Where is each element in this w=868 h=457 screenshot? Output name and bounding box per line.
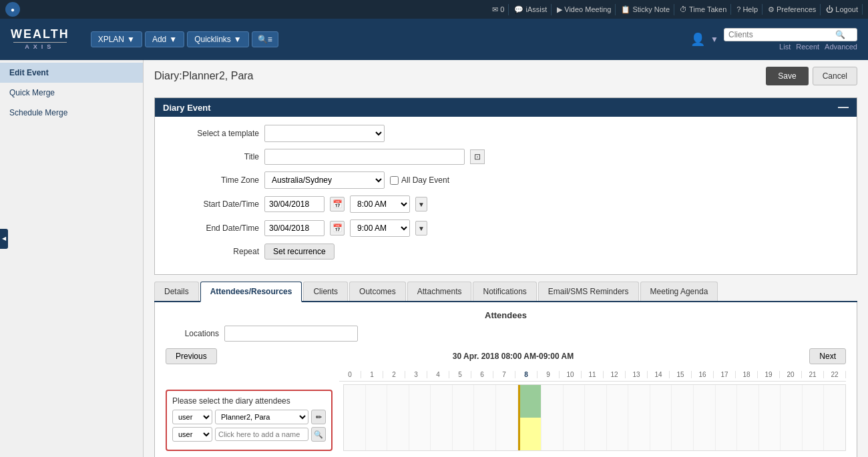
person-icon: 👤 <box>690 32 705 47</box>
previous-button[interactable]: Previous <box>166 348 217 364</box>
tick-16: 16 <box>692 371 714 378</box>
recent-link[interactable]: Recent <box>796 43 819 51</box>
search-icon[interactable]: 🔍 <box>835 30 845 39</box>
cancel-button[interactable]: Cancel <box>813 67 857 85</box>
expand-icon[interactable]: ⊡ <box>470 149 485 164</box>
logout-nav-item[interactable]: ⏻ Logout <box>822 4 863 15</box>
attendee1-type-select[interactable]: user <box>172 410 212 424</box>
allday-checkbox[interactable] <box>390 176 399 185</box>
start-time-arrow-icon[interactable]: ▼ <box>415 197 427 211</box>
cal-col-9 <box>541 385 564 450</box>
person-chevron-icon: ▼ <box>710 35 718 44</box>
iassist-icon: 💬 <box>514 5 523 14</box>
time-taken-nav-item[interactable]: ⏱ Time Taken <box>676 4 731 15</box>
help-label: Help <box>742 5 758 13</box>
power-icon: ⏻ <box>826 5 833 13</box>
collapse-button[interactable]: — <box>838 102 849 113</box>
end-time-select[interactable]: 9:00 AM <box>350 219 410 237</box>
iassist-label: iAssist <box>525 5 547 13</box>
gear-icon: ⚙ <box>768 5 775 14</box>
tick-20: 20 <box>780 371 802 378</box>
gear-nav-item[interactable]: ⚙ Preferences <box>764 4 821 15</box>
video-meeting-nav-item[interactable]: ▶ Video Meeting <box>553 4 616 15</box>
start-date-calendar-icon[interactable]: 📅 <box>330 197 345 211</box>
brand-bar: WEALTH AXIS XPLAN ▼ Add ▼ Quicklinks ▼ 🔍… <box>0 19 868 60</box>
start-time-select[interactable]: 8:00 AM <box>350 195 410 213</box>
tick-2: 2 <box>383 371 405 378</box>
cal-col-5 <box>453 385 475 450</box>
cal-col-19 <box>759 385 781 450</box>
start-date-input[interactable] <box>264 196 324 212</box>
client-search-input[interactable] <box>728 30 835 39</box>
tab-email-sms-reminders[interactable]: Email/SMS Reminders <box>538 282 639 301</box>
sidebar-item-quick-merge-label: Quick Merge <box>9 88 55 97</box>
tab-notifications[interactable]: Notifications <box>473 282 536 301</box>
cal-col-1 <box>366 385 388 450</box>
xplan-button[interactable]: XPLAN ▼ <box>91 31 142 47</box>
attendee2-type-select[interactable]: user <box>172 427 212 442</box>
quicklinks-label: Quicklinks <box>194 35 231 44</box>
end-date-input[interactable] <box>264 220 324 236</box>
end-datetime-row: End Date/Time 📅 9:00 AM ▼ <box>166 219 846 237</box>
logo: WEALTH AXIS <box>11 28 69 51</box>
page-title: Diary:Planner2, Para <box>154 70 254 82</box>
template-select[interactable] <box>264 125 385 142</box>
allday-checkbox-label[interactable]: All Day Event <box>390 175 449 185</box>
allday-label: All Day Event <box>401 175 449 185</box>
mail-count: 0 <box>500 5 504 13</box>
sidebar-item-quick-merge[interactable]: Quick Merge <box>0 83 143 103</box>
iassist-nav-item[interactable]: 💬 iAssist <box>510 4 552 15</box>
sidebar-toggle[interactable]: ◀ <box>0 229 8 249</box>
search-toggle-button[interactable]: 🔍≡ <box>252 31 278 47</box>
cal-col-4 <box>431 385 453 450</box>
pencil-icon: ✏ <box>316 413 322 422</box>
tab-details[interactable]: Details <box>154 282 199 301</box>
diary-event-header: Diary Event — <box>155 98 857 117</box>
tick-10: 10 <box>560 371 582 378</box>
tab-clients[interactable]: Clients <box>303 282 348 301</box>
timezone-select[interactable]: Australia/Sydney <box>264 171 385 189</box>
tick-1: 1 <box>361 371 383 378</box>
tab-attachments[interactable]: Attachments <box>407 282 472 301</box>
end-date-calendar-icon[interactable]: 📅 <box>330 221 345 236</box>
calendar-grid-body <box>343 384 846 451</box>
save-button[interactable]: Save <box>766 67 808 85</box>
video-icon: ▶ <box>557 5 562 14</box>
logout-label: Logout <box>835 5 858 13</box>
cal-col-16 <box>694 385 716 450</box>
cal-col-8-event <box>518 385 542 450</box>
help-nav-item[interactable]: ? Help <box>732 4 763 15</box>
locations-label: Locations <box>166 329 219 338</box>
sidebar-item-edit-event[interactable]: Edit Event <box>0 63 143 83</box>
next-button[interactable]: Next <box>809 348 846 364</box>
calendar-grid <box>343 384 846 451</box>
tick-22: 22 <box>824 371 846 378</box>
tab-outcomes[interactable]: Outcomes <box>349 282 406 301</box>
title-input[interactable] <box>264 149 465 165</box>
quicklinks-button[interactable]: Quicklinks ▼ <box>187 31 249 47</box>
tick-21: 21 <box>802 371 824 378</box>
tab-meeting-agenda[interactable]: Meeting Agenda <box>640 282 718 301</box>
attendee2-search-button[interactable]: 🔍 <box>311 427 326 442</box>
advanced-link[interactable]: Advanced <box>825 43 857 51</box>
template-row: Select a template <box>166 125 846 142</box>
title-label: Title <box>166 152 259 161</box>
tab-attendees-resources[interactable]: Attendees/Resources <box>200 282 302 302</box>
attendee2-name-input[interactable] <box>215 428 308 441</box>
locations-input[interactable] <box>224 326 358 342</box>
mail-nav-item[interactable]: ✉ 0 <box>488 4 509 15</box>
calendar-date-label: 30 Apr. 2018 08:00 AM-09:00 AM <box>217 352 810 361</box>
tabs: Details Attendees/Resources Clients Outc… <box>154 282 857 302</box>
add-button[interactable]: Add ▼ <box>145 31 184 47</box>
tick-7: 7 <box>493 371 515 378</box>
attendee1-name-select[interactable]: Planner2, Para <box>215 410 308 424</box>
tick-4: 4 <box>427 371 449 378</box>
list-link[interactable]: List <box>779 43 791 51</box>
sticky-note-nav-item[interactable]: 📋 Sticky Note <box>617 4 674 15</box>
sidebar-item-schedule-merge[interactable]: Schedule Merge <box>0 103 143 123</box>
tick-8: 8 <box>515 371 537 378</box>
recurrence-button[interactable]: Set recurrence <box>264 244 335 260</box>
end-time-arrow-icon[interactable]: ▼ <box>415 221 427 236</box>
cal-col-2 <box>387 385 409 450</box>
attendee1-edit-button[interactable]: ✏ <box>311 410 326 424</box>
